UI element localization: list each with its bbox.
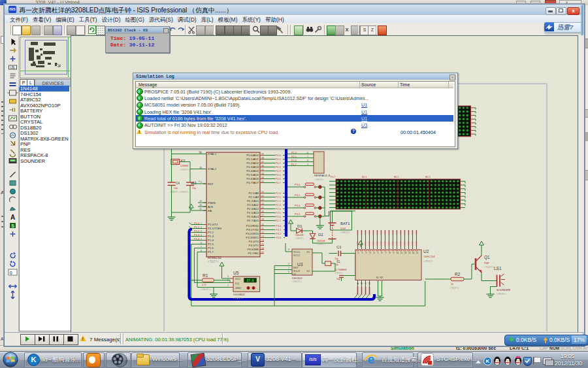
svg-text:P2.7: P2.7	[276, 219, 282, 222]
svg-text:P2.2/A10: P2.2/A10	[247, 199, 259, 203]
svg-text:13: 13	[408, 252, 411, 254]
svg-text:P3.1: P3.1	[295, 193, 301, 197]
svg-text:P2.0/A8: P2.0/A8	[248, 192, 259, 195]
svg-text:24: 24	[261, 203, 264, 205]
svg-text:P0.7: P0.7	[276, 181, 282, 184]
svg-text:16: 16	[261, 247, 264, 250]
svg-text:U2: U2	[423, 249, 429, 254]
svg-text:13: 13	[261, 235, 264, 238]
svg-text:P2.4: P2.4	[291, 152, 297, 154]
svg-text:10p: 10p	[335, 263, 338, 266]
svg-text:<TEXT><TEXT>: <TEXT><TEXT>	[170, 191, 189, 193]
svg-text:35: 35	[261, 169, 264, 171]
svg-text:E2: E2	[380, 276, 383, 279]
svg-text:RESPACK-8: RESPACK-8	[314, 174, 331, 177]
svg-text:<TEXT>: <TEXT>	[317, 243, 325, 246]
svg-text:C1: C1	[336, 245, 342, 249]
svg-text:DS1302: DS1302	[292, 276, 302, 280]
svg-text:10p: 10p	[335, 258, 338, 260]
svg-text:9: 9	[393, 252, 395, 254]
svg-text:P0.0: P0.0	[276, 154, 282, 157]
svg-text:14: 14	[261, 239, 264, 242]
svg-text:36: 36	[261, 165, 264, 167]
svg-text:P0.3: P0.3	[276, 165, 282, 169]
svg-text:10: 10	[261, 224, 264, 226]
svg-text:X1: X1	[306, 251, 310, 254]
svg-text:P2.3/A11: P2.3/A11	[247, 203, 259, 207]
svg-text:P1.6: P1.6	[208, 246, 214, 250]
svg-text:22: 22	[261, 195, 264, 197]
svg-text:25: 25	[261, 207, 264, 209]
svg-text:P1.2: P1.2	[194, 229, 200, 233]
svg-text:P2.7: P2.7	[291, 163, 297, 166]
svg-text:17: 17	[261, 251, 264, 254]
svg-text:DQ: DQ	[235, 282, 239, 285]
svg-text:P1.1/T2EX: P1.1/T2EX	[208, 227, 221, 230]
svg-text:P2.6: P2.6	[276, 215, 282, 218]
svg-text:C4: C4	[176, 182, 180, 185]
svg-text:Q1: Q1	[484, 255, 490, 260]
svg-text:11: 11	[261, 227, 264, 230]
svg-text:39: 39	[261, 153, 264, 156]
svg-text:3: 3	[227, 275, 229, 278]
svg-text:P3.1: P3.1	[276, 228, 282, 231]
svg-text:12: 12	[404, 252, 407, 254]
svg-text:0: 0	[358, 252, 359, 254]
svg-text:VCC2: VCC2	[293, 254, 300, 257]
svg-text:4: 4	[374, 252, 375, 254]
svg-text:X2: X2	[306, 270, 310, 273]
svg-text:PSEN: PSEN	[208, 201, 216, 205]
svg-text:P2.4: P2.4	[276, 207, 282, 210]
svg-text:P3.3: P3.3	[295, 212, 301, 216]
svg-text:A: A	[10, 214, 15, 221]
svg-text:21: 21	[261, 191, 264, 193]
svg-text:<TEXT>: <TEXT>	[292, 280, 302, 283]
svg-text:32.768MHZ: 32.768MHZ	[335, 269, 348, 271]
svg-text:SOUNDER: SOUNDER	[497, 288, 510, 292]
svg-text:7: 7	[307, 156, 308, 158]
svg-text:P0.2/AD2: P0.2/AD2	[246, 161, 259, 165]
svg-text:P0.5: P0.5	[276, 173, 282, 176]
svg-text:P0.2: P0.2	[276, 161, 282, 165]
svg-text:D1: D1	[297, 224, 302, 228]
svg-text:74HC154: 74HC154	[423, 255, 435, 258]
svg-text:11: 11	[400, 252, 403, 254]
svg-text:12MHZ: 12MHZ	[180, 165, 189, 167]
svg-text:P1.1: P1.1	[194, 226, 200, 229]
svg-text:P3.3/INT1: P3.3/INT1	[246, 236, 259, 239]
svg-text:1k: 1k	[451, 283, 453, 286]
svg-text:37: 37	[261, 161, 264, 163]
svg-text:33: 33	[261, 176, 264, 179]
svg-text:B0.1: B0.1	[362, 176, 367, 178]
svg-text:P0.5/AD5: P0.5/AD5	[246, 173, 259, 176]
svg-text:<TEXT>: <TEXT>	[449, 286, 460, 290]
svg-text:P3.0: P3.0	[295, 183, 301, 186]
svg-text:9: 9	[307, 163, 308, 166]
svg-text:LS1: LS1	[494, 266, 502, 271]
svg-text:e: e	[368, 352, 375, 366]
svg-text:<TEXT>: <TEXT>	[314, 178, 325, 181]
svg-text:32: 32	[261, 180, 264, 183]
svg-text:1N4148: 1N4148	[317, 240, 325, 243]
svg-text:14: 14	[412, 252, 415, 254]
svg-text:6: 6	[288, 271, 289, 273]
svg-text:1: 1	[362, 252, 363, 254]
svg-text:P0.3/AD3: P0.3/AD3	[246, 165, 259, 169]
svg-text:P0.1: P0.1	[276, 158, 282, 161]
svg-text:4.7k: 4.7k	[202, 284, 206, 286]
svg-text:P0.6: P0.6	[276, 177, 282, 180]
svg-text:EA: EA	[208, 209, 212, 212]
svg-text:AT89C52: AT89C52	[208, 256, 221, 259]
svg-text:1: 1	[227, 284, 229, 287]
svg-text:P3.1/TXD: P3.1/TXD	[246, 228, 259, 231]
svg-text:8: 8	[389, 252, 391, 254]
svg-text:P0.0/AD0: P0.0/AD0	[246, 154, 259, 157]
svg-text:1N4148: 1N4148	[295, 234, 304, 237]
svg-text:XTAL2: XTAL2	[208, 167, 217, 171]
svg-text:6: 6	[307, 152, 308, 154]
svg-text:P0.4/AD4: P0.4/AD4	[246, 169, 259, 173]
svg-text:P3.7/RD: P3.7/RD	[248, 252, 259, 255]
svg-text:P0.7/AD7: P0.7/AD7	[246, 181, 259, 184]
svg-text:P3.5/T1: P3.5/T1	[249, 244, 259, 247]
svg-text:P1.3: P1.3	[208, 235, 214, 238]
